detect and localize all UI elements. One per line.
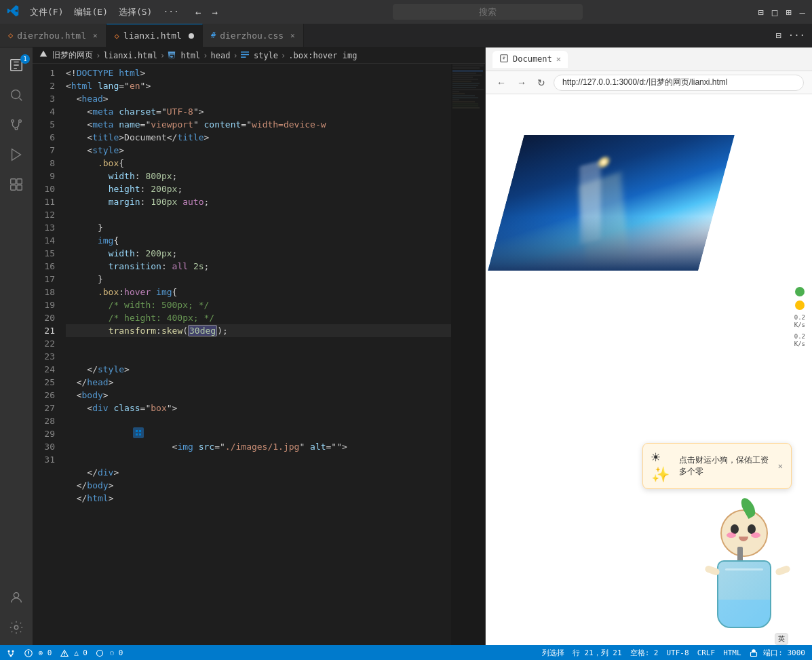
status-selection[interactable]: 列选择 [542, 648, 564, 658]
svg-point-3 [19, 120, 22, 123]
code-content[interactable]: 1 2 3 4 5 6 7 8 9 10 11 12 13 14 [33, 64, 485, 645]
tab-bar: ◇ dierzhou.html ✕ ◇ lianxi.html # dierzh… [0, 24, 812, 47]
code-line-20: /* height: 400px; */ [66, 311, 451, 324]
global-search-input[interactable] [393, 4, 583, 20]
code-line-6: <title>Document</title> [66, 131, 451, 144]
image-container [506, 135, 716, 271]
status-port[interactable]: 端口: 3000 [750, 648, 805, 658]
tab-dierzhou-html[interactable]: ◇ dierzhou.html ✕ [0, 24, 107, 47]
nav-forward[interactable]: → [212, 7, 217, 18]
mascot-label: 英 [775, 633, 788, 645]
browser-content: 0.2K/s 0.2K/s ☀️✨ 点击财运小狗，保佑工资多个零 ✕ [486, 94, 812, 645]
split-editor-icon[interactable]: ⊟ [758, 7, 763, 18]
nav-back[interactable]: ← [195, 7, 201, 18]
line-num-15: 15 [33, 247, 55, 260]
status-git-branch[interactable] [7, 648, 16, 657]
line-num-28: 28 [33, 414, 55, 427]
tab-close-css-icon[interactable]: ✕ [290, 31, 295, 40]
breadcrumb-head[interactable]: head [211, 51, 231, 60]
menu-file[interactable]: 文件(F) [30, 6, 63, 18]
url-bar[interactable] [554, 75, 804, 91]
browser-tabs: Document ✕ [486, 47, 812, 71]
activity-git[interactable] [4, 113, 28, 137]
status-spaces[interactable]: 空格: 2 [630, 648, 659, 658]
menu-select[interactable]: 选择(S) [119, 6, 152, 18]
html-file-icon: ◇ [8, 31, 13, 40]
code-line-13: } [66, 221, 451, 234]
svg-point-14 [8, 650, 10, 652]
line-num-21: 21 [33, 324, 55, 337]
status-encoding[interactable]: UTF-8 [667, 648, 689, 657]
popup-ad: ☀️✨ 点击财运小狗，保佑工资多个零 ✕ [642, 443, 792, 489]
titlebar: 文件(F) 编辑(E) 选择(S) ··· ← → ⊟ □ ⊞ — [0, 0, 812, 24]
breadcrumb-file[interactable]: lianxi.html [103, 51, 157, 60]
breadcrumb-selector[interactable]: .box:hover img [288, 51, 357, 60]
split-right-icon[interactable]: ⊟ [775, 30, 781, 41]
line-num-4: 4 [33, 105, 55, 118]
line-num-20: 20 [33, 311, 55, 324]
menu-bar: 文件(F) 编辑(E) 选择(S) ··· [30, 6, 179, 18]
status-language[interactable]: HTML [723, 648, 741, 657]
search-area [229, 4, 747, 20]
line-num-17: 17 [33, 273, 55, 286]
menu-edit[interactable]: 编辑(E) [74, 6, 107, 18]
tabbar-actions: ⊟ ··· [769, 24, 812, 47]
code-line-11: margin: 100px auto; [66, 195, 451, 208]
browser-tab-label: Document [513, 54, 552, 64]
status-info[interactable]: ⚇ 0 [96, 648, 123, 657]
popup-sun-icon: ☀️✨ [651, 449, 674, 483]
status-errors[interactable]: ⊗ 0 [24, 648, 52, 657]
code-line-31: </html> [66, 492, 451, 505]
code-line-8: .box{ [66, 157, 451, 170]
line-num-14: 14 [33, 234, 55, 247]
svg-rect-8 [11, 185, 16, 190]
tab-label-css: dierzhou.css [220, 31, 284, 41]
activity-run[interactable] [4, 142, 28, 167]
browser-forward-btn[interactable]: → [514, 76, 529, 90]
line-num-7: 7 [33, 144, 55, 157]
minimize-icon[interactable]: — [800, 7, 805, 18]
code-line-26: <body> [66, 389, 451, 402]
breadcrumb-sep-5: › [281, 51, 286, 60]
code-line-9: width: 800px; [66, 170, 451, 182]
breadcrumb-sep-4: › [233, 51, 237, 60]
line-num-11: 11 [33, 195, 55, 208]
toggle-panel-icon[interactable]: □ [772, 7, 777, 18]
activity-account[interactable] [4, 585, 28, 610]
tab-label-active: lianxi.html [123, 31, 182, 41]
tab-dierzhou-css[interactable]: # dierzhou.css ✕ [203, 24, 304, 47]
tab-lianxi-html[interactable]: ◇ lianxi.html [107, 24, 203, 47]
status-line-ending[interactable]: CRLF [697, 648, 716, 657]
browser-tab-document[interactable]: Document ✕ [492, 51, 568, 68]
activity-extensions[interactable] [4, 172, 28, 197]
vscode-logo [7, 5, 19, 20]
line-num-19: 19 [33, 298, 55, 311]
breadcrumb-html[interactable]: html [168, 51, 200, 60]
code-line-12 [66, 208, 451, 221]
activity-explorer[interactable]: 1 [4, 53, 28, 77]
layout-icon[interactable]: ⊞ [786, 7, 791, 18]
titlebar-right: ⊟ □ ⊞ — [758, 7, 805, 18]
breadcrumb-root[interactable]: 旧梦的网页 [39, 50, 93, 61]
more-tabs-icon[interactable]: ··· [788, 30, 805, 41]
browser-back-btn[interactable]: ← [494, 76, 509, 90]
menu-more[interactable]: ··· [163, 6, 178, 18]
tab-close-icon[interactable]: ✕ [93, 31, 98, 40]
breadcrumb: 旧梦的网页 › lianxi.html › html › head › styl… [33, 47, 485, 64]
activity-settings[interactable] [4, 615, 28, 640]
status-warnings[interactable]: △ 0 [60, 648, 88, 657]
browser-tab-close-icon[interactable]: ✕ [556, 54, 561, 64]
browser-reload-btn[interactable]: ↻ [535, 76, 548, 90]
popup-close-btn[interactable]: ✕ [778, 461, 783, 471]
code-text[interactable]: <!DOCTYPE html> <html lang="en"> <head> … [63, 64, 451, 645]
tab-label: dierzhou.html [17, 31, 86, 41]
line-num-30: 30 [33, 440, 55, 453]
activity-search[interactable] [4, 83, 28, 107]
popup-text: 点击财运小狗，保佑工资多个零 [679, 454, 773, 478]
code-line-3: <head> [66, 92, 451, 105]
code-line-1: <!DOCTYPE html> [66, 66, 451, 79]
status-position[interactable]: 行 21，列 21 [573, 648, 622, 658]
svg-point-10 [14, 593, 18, 598]
breadcrumb-style[interactable]: style [241, 51, 278, 60]
line-num-23: 23 [33, 350, 55, 363]
